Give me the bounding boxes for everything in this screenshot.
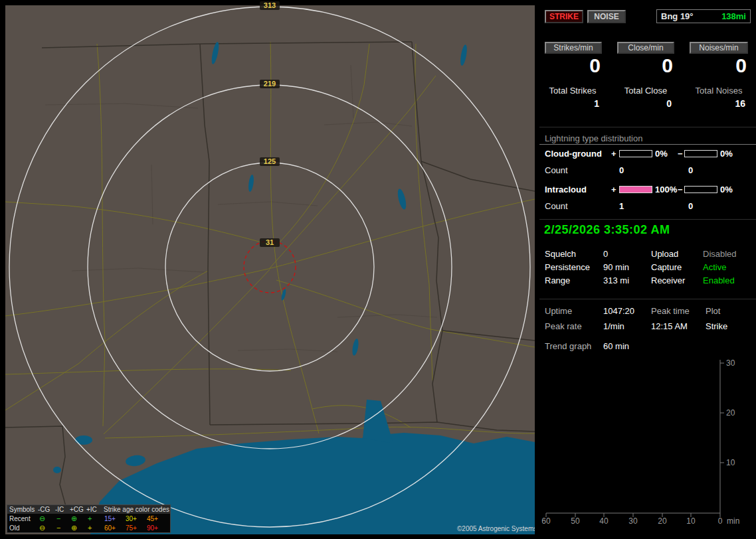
- total-close-value: 0: [617, 98, 674, 109]
- distance-value: 138mi: [721, 11, 746, 21]
- y-tick-30: 30: [726, 358, 735, 368]
- close-per-min-button[interactable]: Close/min: [617, 42, 674, 54]
- uptime-value: 1047:20: [603, 306, 634, 316]
- stats-row: Peak rate 1/min 12:15 AM Strike: [545, 321, 756, 332]
- bearing-distance-readout: Bng 19° 138mi: [656, 9, 751, 23]
- settings-row: Squelch 0 Upload Disabled: [545, 249, 756, 260]
- minus-sign: −: [678, 185, 683, 194]
- age-90: 90+: [147, 524, 158, 532]
- range-ring-label-313: 313: [260, 1, 280, 10]
- intracloud-row: Intracloud + 100% − 0%: [545, 185, 756, 195]
- total-noises-label: Total Noises: [688, 86, 749, 96]
- noises-per-min-button[interactable]: Noises/min: [690, 42, 748, 54]
- age-60: 60+: [104, 524, 116, 532]
- datetime-display: 2/25/2026 3:35:02 AM: [544, 223, 670, 237]
- strikes-per-min-value: 0: [545, 54, 602, 77]
- legend-col-pic: +IC: [86, 505, 97, 514]
- ic-plus-bar-fill: [620, 187, 652, 193]
- peak-time-value: 12:15 AM: [651, 321, 688, 331]
- squelch-label: Squelch: [545, 249, 576, 259]
- cg-plus-count: 0: [619, 165, 624, 175]
- strikes-per-min-button[interactable]: Strikes/min: [545, 42, 602, 54]
- plus-sign: +: [611, 185, 616, 194]
- recent-pcg-icon: ⊕: [71, 514, 77, 522]
- peak-rate-value: 1/min: [603, 321, 624, 331]
- stats-row: Uptime 1047:20 Peak time Plot: [545, 306, 756, 317]
- age-15: 15+: [104, 514, 116, 523]
- persistence-value: 90 min: [603, 262, 629, 272]
- range-value: 313 mi: [603, 275, 629, 285]
- total-strikes-label: Total Strikes: [542, 86, 603, 96]
- strike-toggle-button[interactable]: STRIKE: [545, 10, 583, 23]
- plot-value: Strike: [706, 321, 727, 331]
- close-per-min-value: 0: [617, 54, 674, 77]
- distribution-underline: [539, 144, 756, 145]
- x-tick-50: 50: [571, 516, 580, 526]
- recent-pic-icon: +: [88, 514, 92, 522]
- upload-status: Disabled: [703, 249, 737, 259]
- ic-plus-count: 1: [619, 201, 624, 211]
- legend-recent-label: Recent: [9, 514, 31, 523]
- x-tick-60: 60: [541, 516, 551, 526]
- minus-sign: −: [678, 149, 683, 159]
- bearing-value: Bng 19°: [661, 11, 694, 21]
- cloud-ground-row: Cloud-ground + 0% − 0%: [545, 149, 756, 159]
- trend-graph: 30 20 10 60 50 40 30 20 10 0 min: [539, 350, 756, 539]
- recent-ncg-icon: ⊖: [39, 514, 45, 522]
- noise-toggle-button[interactable]: NOISE: [587, 10, 626, 23]
- intracloud-count-row: Count 1 0: [545, 201, 756, 212]
- x-tick-20: 20: [658, 516, 667, 526]
- range-ring-label-125: 125: [260, 157, 280, 166]
- age-45: 45+: [147, 514, 158, 523]
- upload-label: Upload: [651, 249, 678, 259]
- legend-age-header: Strike age color codes: [104, 505, 169, 514]
- count-label: Count: [545, 201, 568, 211]
- total-strikes-value: 1: [545, 98, 602, 109]
- cg-minus-count: 0: [688, 165, 693, 175]
- map-legend: Symbols -CG -IC +CG +IC Strike age color…: [7, 504, 171, 533]
- age-30: 30+: [126, 514, 137, 523]
- x-tick-10: 10: [686, 516, 696, 526]
- age-75: 75+: [126, 524, 137, 532]
- x-tick-40: 40: [599, 516, 609, 526]
- cg-plus-bar: [619, 150, 652, 157]
- ic-minus-count: 0: [688, 201, 693, 211]
- total-close-label: Total Close: [616, 86, 676, 96]
- squelch-value: 0: [603, 249, 608, 259]
- capture-label: Capture: [651, 262, 682, 272]
- plot-label: Plot: [706, 306, 720, 316]
- range-label: Range: [545, 275, 570, 285]
- distribution-title: Lightning type distribution: [545, 133, 642, 143]
- range-ring-label-219: 219: [260, 80, 280, 88]
- plus-sign: +: [611, 149, 616, 159]
- x-tick-30: 30: [628, 516, 638, 526]
- ic-plus-percent: 100%: [655, 185, 677, 194]
- settings-row: Range 313 mi Receiver Enabled: [545, 275, 756, 286]
- receiver-label: Receiver: [651, 275, 685, 285]
- y-tick-10: 10: [726, 458, 735, 467]
- intracloud-label: Intracloud: [545, 185, 587, 194]
- cg-plus-percent: 0%: [655, 149, 668, 159]
- legend-old-label: Old: [9, 524, 20, 532]
- old-nic-icon: −: [56, 524, 60, 532]
- cloud-ground-label: Cloud-ground: [545, 149, 602, 159]
- old-pcg-icon: ⊕: [71, 524, 77, 532]
- legend-symbols-header: Symbols: [9, 505, 35, 514]
- total-noises-value: 16: [690, 98, 748, 109]
- uptime-label: Uptime: [545, 306, 572, 316]
- cg-minus-bar: [684, 150, 717, 157]
- status-panel: STRIKE NOISE Bng 19° 138mi Strikes/min C…: [539, 0, 756, 539]
- nexstorm-app: { "colors": { "accent_green": "#00dd00",…: [0, 0, 756, 539]
- legend-col-ncg: -CG: [38, 505, 50, 514]
- old-pic-icon: +: [88, 524, 92, 532]
- x-tick-0: 0: [718, 516, 723, 526]
- x-axis-unit: min: [727, 516, 739, 526]
- receiver-status: Enabled: [703, 275, 735, 285]
- divider: [539, 219, 756, 220]
- persistence-label: Persistence: [545, 262, 590, 272]
- capture-status: Active: [703, 262, 726, 272]
- old-ncg-icon: ⊖: [39, 524, 45, 532]
- ic-plus-bar: [619, 186, 652, 193]
- range-ring-label-31: 31: [260, 238, 280, 247]
- ic-minus-percent: 0%: [720, 185, 733, 194]
